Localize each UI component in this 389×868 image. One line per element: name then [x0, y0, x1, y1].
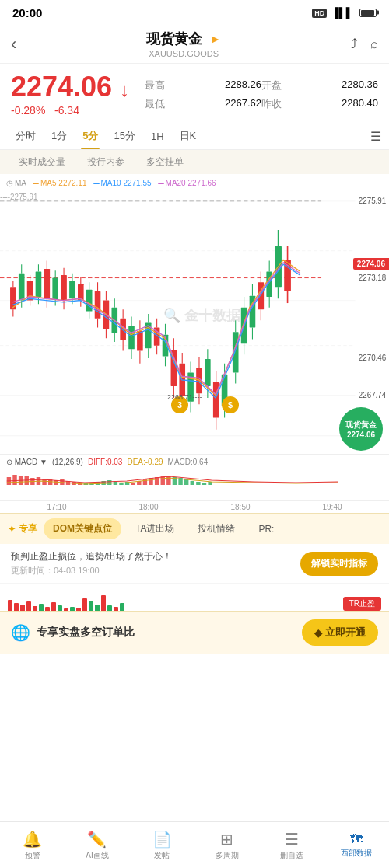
ma-label: ◷ MA	[6, 179, 26, 187]
price-change: -0.28% -6.34	[11, 104, 129, 117]
tab-日K[interactable]: 日K	[172, 123, 205, 149]
nav-item-map[interactable]: 🗺 西部数据	[324, 822, 389, 868]
svg-rect-17	[36, 271, 42, 297]
post-icon: 📄	[152, 830, 172, 849]
subtab-投行内参[interactable]: 投行内参	[76, 150, 135, 174]
page-title: 现货黄金	[146, 30, 202, 48]
tab-1H[interactable]: 1H	[143, 124, 172, 148]
header-subtitle: XAUUSD.GOODS	[16, 49, 351, 58]
tr-button[interactable]: TR止盈	[343, 597, 381, 611]
tab-1分[interactable]: 1分	[44, 123, 75, 149]
mini-bar	[107, 605, 112, 611]
warning-icon: 🔔	[23, 830, 42, 849]
ma5: MA5 2272.11	[33, 179, 87, 187]
nav-label-ai: AI画线	[86, 850, 108, 861]
bottom-nav: 🔔 预警 ✏️ AI画线 📄 发帖 ⊞ 多周期 ☰ 删自选 🗺 西部数据	[0, 821, 389, 868]
nav-item-warning[interactable]: 🔔 预警	[0, 822, 65, 868]
promo-cta-button[interactable]: ◆ 立即开通	[302, 619, 378, 646]
header-arrow[interactable]: ►	[210, 33, 221, 45]
promo-icon: 🌐	[11, 623, 30, 642]
info-bar: 预判止盈止损位，追势/出场了然于心！ 更新时间：04-03 19:00 解锁实时…	[0, 544, 389, 583]
map-icon: 🗺	[350, 832, 363, 846]
nav-item-cycle[interactable]: ⊞ 多周期	[194, 822, 259, 868]
info-text-block: 预判止盈止损位，追势/出场了然于心！ 更新时间：04-03 19:00	[11, 550, 172, 577]
nav-item-post[interactable]: 📄 发帖	[130, 822, 194, 868]
svg-rect-143	[191, 481, 194, 485]
price-2268: 2268.71----	[167, 393, 202, 401]
svg-rect-29	[69, 281, 75, 298]
pr-button[interactable]: PR:	[249, 520, 283, 539]
ai-icon: ✏️	[87, 830, 107, 849]
time-axis: 17:10 18:00 18:50 19:40	[0, 500, 389, 513]
ma20: MA20 2271.66	[158, 179, 216, 187]
nav-item-ai[interactable]: ✏️ AI画线	[65, 822, 129, 868]
header-right: ⤴ ⌕	[351, 37, 378, 52]
subtab-实时成交量[interactable]: 实时成交量	[8, 150, 76, 174]
svg-rect-113	[12, 475, 16, 485]
bottom-nav-spacer	[0, 654, 389, 700]
svg-text:2267.74: 2267.74	[359, 391, 387, 399]
svg-rect-77	[205, 359, 211, 386]
status-bar: 20:00 HD ▐▌▌	[0, 0, 389, 25]
info-main-text: 预判止盈止损位，追势/出场了然于心！	[11, 550, 172, 563]
macd-section: ⊙ MACD ▼ (12,26,9) DIFF:0.03 DEA:-0.29 M…	[0, 454, 389, 500]
svg-rect-133	[131, 483, 135, 485]
unlock-button[interactable]: 解锁实时指标	[300, 552, 378, 576]
macd-legend: ⊙ MACD ▼ (12,26,9) DIFF:0.03 DEA:-0.29 M…	[6, 458, 208, 466]
hd-badge: HD	[312, 7, 327, 18]
macd-label: ⊙ MACD ▼	[6, 458, 47, 466]
nav-item-delete[interactable]: ☰ 删自选	[259, 822, 324, 868]
promo-text: 🌐 专享实盘多空订单比	[11, 623, 135, 642]
nav-label-post: 发帖	[154, 850, 170, 861]
bottom-promo: 🌐 专享实盘多空订单比 ◆ 立即开通	[0, 611, 389, 654]
svg-text:----2275.91: ----2275.91	[0, 192, 38, 200]
signal-icon: ▐▌▌	[331, 7, 353, 19]
svg-text:2273.18: 2273.18	[359, 274, 387, 282]
nav-label-warning: 预警	[25, 850, 40, 861]
svg-rect-50	[128, 326, 135, 349]
share-label[interactable]: ✦ 专享	[8, 522, 37, 535]
back-button[interactable]: ‹	[11, 34, 16, 54]
floating-price-badge[interactable]: 现货黄金 2274.06	[339, 407, 383, 451]
mini-bar	[70, 607, 75, 611]
share-icon[interactable]: ⤴	[351, 37, 358, 52]
mini-bar	[39, 604, 44, 611]
svg-rect-11	[19, 274, 25, 301]
header-center: 现货黄金 ► XAUUSD.GOODS	[16, 30, 351, 58]
nav-label-cycle: 多周期	[216, 850, 239, 861]
time-1850: 18:50	[230, 503, 250, 511]
s-circle: $	[222, 396, 239, 413]
mini-bar	[89, 601, 93, 611]
candlestick-chart[interactable]: 2275.91 2273.18 2270.46 2267.74 ----2275…	[0, 174, 389, 454]
mini-bar	[26, 601, 31, 611]
subtab-多空挂单[interactable]: 多空挂单	[135, 150, 194, 174]
price-arrow: ↓	[120, 79, 129, 100]
tab-menu-icon[interactable]: ☰	[370, 129, 381, 144]
mini-bar	[82, 598, 87, 611]
mini-bar	[114, 607, 118, 611]
search-icon[interactable]: ⌕	[370, 37, 378, 52]
status-time: 20:00	[12, 6, 42, 19]
macd-diff: DIFF:0.03	[88, 458, 122, 466]
status-icons: HD ▐▌▌	[312, 7, 377, 19]
svg-rect-142	[184, 479, 188, 485]
svg-text:2275.91: 2275.91	[359, 197, 387, 205]
svg-rect-138	[161, 476, 165, 485]
tab-15分[interactable]: 15分	[106, 123, 142, 149]
mini-bar	[51, 602, 56, 611]
time-1710: 17:10	[47, 503, 66, 511]
svg-rect-144	[196, 482, 200, 485]
chart-svg: 2275.91 2273.18 2270.46 2267.74 ----2275…	[0, 174, 389, 454]
tab-分时[interactable]: 分时	[8, 123, 44, 149]
dom-button[interactable]: DOM关键点位	[44, 518, 121, 539]
sentiment-button[interactable]: 投机情绪	[188, 518, 244, 539]
main-price: 2274.06 ↓	[11, 73, 129, 101]
mini-bar	[95, 605, 100, 611]
macd-dea: DEA:-0.29	[127, 458, 163, 466]
tab-5分[interactable]: 5分	[75, 123, 106, 149]
header: ‹ 现货黄金 ► XAUUSD.GOODS ⤴ ⌕	[0, 25, 389, 64]
ta-button[interactable]: TA进出场	[126, 518, 184, 539]
mini-bar	[58, 605, 62, 611]
current-price-tag: 2274.06	[353, 258, 389, 270]
svg-rect-145	[202, 483, 206, 485]
